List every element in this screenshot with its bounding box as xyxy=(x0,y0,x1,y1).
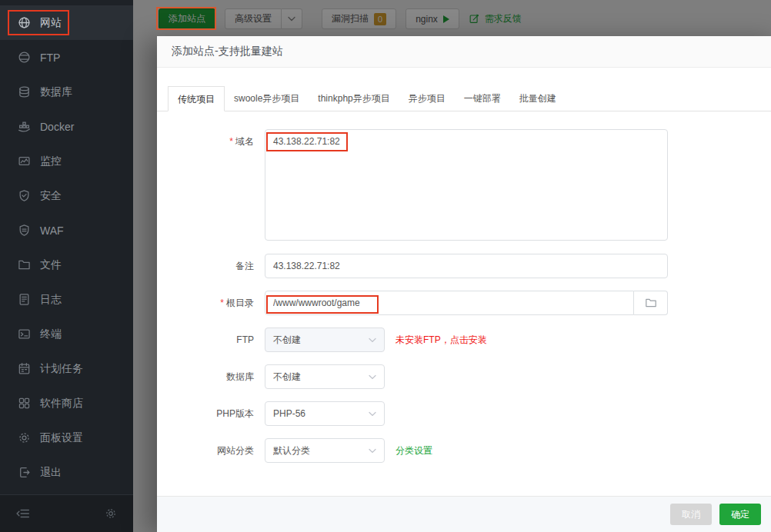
sidebar-item-label: 文件 xyxy=(40,258,62,272)
ftp-icon xyxy=(18,51,31,64)
note-input[interactable] xyxy=(265,254,668,278)
note-label: 备注 xyxy=(157,254,265,278)
sidebar-item-ftp[interactable]: FTP xyxy=(0,40,133,75)
note-row: 备注 xyxy=(157,254,771,278)
php-version-label: PHP版本 xyxy=(157,401,265,426)
database-row: 数据库 不创建 xyxy=(157,364,771,389)
monitor-icon xyxy=(18,155,31,168)
sidebar-item-label: Docker xyxy=(40,121,74,133)
domain-label: *域名 xyxy=(157,129,265,154)
sidebar-item-label: 日志 xyxy=(40,293,62,307)
site-category-label: 网站分类 xyxy=(157,438,265,463)
sidebar-item-settings[interactable]: 面板设置 xyxy=(0,421,133,455)
sidebar: 网站 FTP 数据库 Docker 监控 安全 WAF 文件 xyxy=(0,0,133,532)
site-category-row: 网站分类 默认分类 分类设置 xyxy=(157,438,771,463)
sidebar-item-database[interactable]: 数据库 xyxy=(0,75,133,109)
category-settings-link[interactable]: 分类设置 xyxy=(396,438,432,463)
sidebar-item-label: 终端 xyxy=(40,328,62,341)
sidebar-item-label: FTP xyxy=(40,52,60,64)
ftp-install-warning-link[interactable]: 未安装FTP，点击安装 xyxy=(396,328,487,352)
sidebar-item-label: 安全 xyxy=(40,189,62,203)
sidebar-item-label: 计划任务 xyxy=(40,362,83,376)
modal-footer: 取消 确定 xyxy=(157,496,771,532)
gear-icon xyxy=(18,431,31,444)
domain-textarea[interactable]: 43.138.22.71:82 xyxy=(265,129,668,241)
cancel-button[interactable]: 取消 xyxy=(670,504,712,525)
terminal-icon xyxy=(18,328,31,341)
chevron-down-icon xyxy=(369,337,376,343)
shield-check-icon xyxy=(18,189,31,202)
root-dir-label: *根目录 xyxy=(157,291,265,315)
php-version-select-value: PHP-56 xyxy=(273,408,305,419)
sidebar-item-logs[interactable]: 日志 xyxy=(0,282,133,317)
sidebar-item-logout[interactable]: 退出 xyxy=(0,455,133,490)
add-site-form: *域名 43.138.22.71:82 备注 *根目录 FTP 不创建 未安装F… xyxy=(157,111,771,463)
sidebar-item-website[interactable]: 网站 xyxy=(0,5,133,40)
tab-one-click-deploy[interactable]: 一键部署 xyxy=(455,86,510,111)
root-dir-row: *根目录 xyxy=(157,291,771,315)
footer-gear-icon[interactable] xyxy=(105,507,117,520)
tab-swoole-project[interactable]: swoole异步项目 xyxy=(225,86,309,111)
ftp-row: FTP 不创建 未安装FTP，点击安装 xyxy=(157,328,771,352)
grid-icon xyxy=(18,397,31,410)
sidebar-item-terminal[interactable]: 终端 xyxy=(0,317,133,351)
docker-icon xyxy=(18,120,31,133)
site-category-select[interactable]: 默认分类 xyxy=(265,438,385,463)
modal-header: 添加站点-支持批量建站 xyxy=(157,36,771,68)
browse-folder-button[interactable] xyxy=(634,291,668,315)
globe-icon xyxy=(18,16,31,29)
root-dir-group xyxy=(265,291,668,315)
required-asterisk: * xyxy=(220,298,224,308)
modal-title: 添加站点-支持批量建站 xyxy=(172,45,283,58)
project-type-tabs: 传统项目 swoole异步项目 thinkphp异步项目 异步项目 一键部署 批… xyxy=(157,85,771,111)
sidebar-item-appstore[interactable]: 软件商店 xyxy=(0,386,133,421)
log-file-icon xyxy=(18,293,31,306)
database-select[interactable]: 不创建 xyxy=(265,364,385,389)
sidebar-nav: 网站 FTP 数据库 Docker 监控 安全 WAF 文件 xyxy=(0,0,133,490)
php-version-row: PHP版本 PHP-56 xyxy=(157,401,771,426)
folder-icon xyxy=(18,258,31,271)
calendar-icon xyxy=(18,362,31,375)
add-site-modal: 添加站点-支持批量建站 传统项目 swoole异步项目 thinkphp异步项目… xyxy=(157,36,771,532)
site-category-select-value: 默认分类 xyxy=(273,444,310,457)
chevron-down-icon xyxy=(369,448,376,454)
domain-row: *域名 43.138.22.71:82 xyxy=(157,129,771,241)
sidebar-item-files[interactable]: 文件 xyxy=(0,248,133,282)
database-select-value: 不创建 xyxy=(273,371,301,384)
sidebar-item-label: WAF xyxy=(40,224,64,237)
logout-icon xyxy=(18,466,31,479)
tab-thinkphp-project[interactable]: thinkphp异步项目 xyxy=(309,86,399,111)
tab-batch-create[interactable]: 批量创建 xyxy=(510,86,566,111)
root-dir-input[interactable] xyxy=(265,291,634,315)
ftp-select[interactable]: 不创建 xyxy=(265,328,385,352)
sidebar-item-label: 软件商店 xyxy=(40,397,83,411)
ftp-label: FTP xyxy=(157,328,265,352)
tab-async-project[interactable]: 异步项目 xyxy=(399,86,455,111)
sidebar-item-monitor[interactable]: 监控 xyxy=(0,144,133,178)
ftp-select-value: 不创建 xyxy=(273,334,301,347)
collapse-sidebar-icon[interactable] xyxy=(16,507,30,520)
sidebar-footer xyxy=(0,494,133,532)
waf-shield-icon xyxy=(18,224,31,237)
confirm-button[interactable]: 确定 xyxy=(719,504,761,525)
php-version-select[interactable]: PHP-56 xyxy=(265,401,385,426)
database-icon xyxy=(18,85,31,98)
sidebar-item-label: 网站 xyxy=(40,16,62,30)
sidebar-item-label: 监控 xyxy=(40,155,62,168)
required-asterisk: * xyxy=(229,136,233,147)
sidebar-item-security[interactable]: 安全 xyxy=(0,178,133,213)
sidebar-item-label: 面板设置 xyxy=(40,431,83,445)
database-label: 数据库 xyxy=(157,364,265,389)
sidebar-item-label: 数据库 xyxy=(40,85,72,99)
sidebar-item-cron[interactable]: 计划任务 xyxy=(0,351,133,386)
tab-traditional-project[interactable]: 传统项目 xyxy=(168,86,225,111)
chevron-down-icon xyxy=(369,411,376,417)
sidebar-item-docker[interactable]: Docker xyxy=(0,109,133,144)
chevron-down-icon xyxy=(369,374,376,380)
sidebar-item-waf[interactable]: WAF xyxy=(0,213,133,248)
sidebar-item-label: 退出 xyxy=(40,466,62,480)
